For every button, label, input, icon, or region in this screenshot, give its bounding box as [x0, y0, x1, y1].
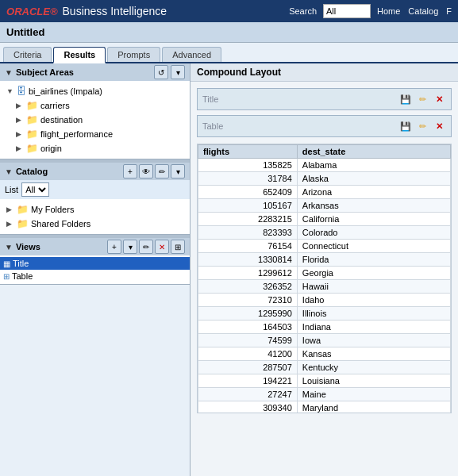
- home-link[interactable]: Home: [377, 6, 400, 16]
- views-title: Views: [16, 242, 40, 251]
- views-add-btn[interactable]: +: [107, 240, 121, 254]
- table-row: 194221Louisiana: [198, 374, 451, 388]
- table-row: 823393Colorado: [198, 226, 451, 240]
- cell-dest-state: Maine: [297, 388, 450, 401]
- folder-icon-origin: 📁: [26, 143, 38, 154]
- catalog-more-btn[interactable]: ▾: [171, 164, 185, 178]
- tree-label-origin: origin: [40, 144, 62, 153]
- layout-item-title: Title 💾 ✏ ✕: [197, 88, 452, 110]
- cell-flights: 1299612: [198, 267, 298, 280]
- cell-dest-state: Illinois: [297, 307, 450, 321]
- top-bar: ORACLE® Business Intelligence Search Hom…: [0, 0, 458, 22]
- tree-label-flight: flight_performance: [40, 129, 113, 139]
- main-content: ▼ Subject Areas ↺ ▾ ▼ 🗄 bi_airlines (Imp…: [0, 63, 458, 476]
- top-nav: Home Catalog F: [377, 6, 452, 16]
- views-more-btn[interactable]: ⊞: [171, 240, 185, 254]
- views-dropdown-btn[interactable]: ▾: [123, 240, 137, 254]
- tree-item-flight-performance[interactable]: ▶ 📁 flight_performance: [0, 127, 190, 141]
- cell-flights: 105167: [198, 199, 298, 213]
- subject-areas-header[interactable]: ▼ Subject Areas ↺ ▾: [0, 63, 190, 81]
- catalog-view-btn[interactable]: 👁: [139, 164, 153, 178]
- cell-flights: 135825: [198, 159, 298, 172]
- catalog-section: ▼ Catalog + 👁 ✏ ▾ List All ▶: [0, 163, 190, 235]
- tree-item-carriers[interactable]: ▶ 📁 carriers: [0, 98, 190, 113]
- cell-dest-state: Maryland: [297, 401, 450, 414]
- catalog-edit-btn[interactable]: ✏: [155, 164, 169, 178]
- catalog-list-label: List: [5, 185, 18, 194]
- title-edit-btn[interactable]: ✏: [415, 92, 429, 106]
- table-row: 1299612Georgia: [198, 267, 451, 280]
- expand-arrow-my-folders: ▶: [6, 205, 14, 213]
- views-edit-btn[interactable]: ✏: [139, 240, 153, 254]
- table-scroll-wrapper[interactable]: flights dest_state 135825Alabama31784Ala…: [197, 144, 452, 413]
- subject-areas-tree: ▼ 🗄 bi_airlines (Impala) ▶ 📁 carriers ▶ …: [0, 81, 190, 159]
- table-row: 652409Arizona: [198, 186, 451, 199]
- tree-item-origin[interactable]: ▶ 📁 origin: [0, 141, 190, 155]
- subject-areas-header-left: ▼ Subject Areas: [5, 67, 74, 77]
- views-header[interactable]: ▼ Views + ▾ ✏ ✕ ⊞: [0, 238, 190, 255]
- folder-icon-flight: 📁: [26, 129, 38, 140]
- tab-results[interactable]: Results: [53, 47, 106, 63]
- search-input[interactable]: [323, 4, 371, 18]
- cell-flights: 287507: [198, 361, 298, 374]
- catalog-add-btn[interactable]: +: [123, 164, 137, 178]
- col-header-dest-state: dest_state: [297, 145, 450, 159]
- view-item-table[interactable]: ⊞ Table: [0, 270, 190, 282]
- catalog-header[interactable]: ▼ Catalog + 👁 ✏ ▾: [0, 163, 190, 180]
- top-right-area: Search Home Catalog F: [289, 4, 452, 18]
- col-header-flights: flights: [198, 145, 298, 159]
- cell-dest-state: Georgia: [297, 267, 450, 280]
- bi-title: Business Intelligence: [63, 5, 167, 17]
- expand-arrow-carriers: ▶: [16, 102, 24, 109]
- tree-item-shared-folders[interactable]: ▶ 📁 Shared Folders: [0, 217, 190, 231]
- table-save-btn[interactable]: 💾: [398, 119, 413, 133]
- more-link[interactable]: F: [446, 6, 452, 16]
- cell-dest-state: Kansas: [297, 347, 450, 361]
- views-section: ▼ Views + ▾ ✏ ✕ ⊞ ▦ Title ⊞ Tabl: [0, 238, 190, 285]
- cell-dest-state: Arkansas: [297, 199, 450, 213]
- catalog-header-left: ▼ Catalog: [5, 167, 48, 176]
- catalog-link[interactable]: Catalog: [408, 6, 438, 16]
- table-row: 1330814Florida: [198, 253, 451, 267]
- reload-btn[interactable]: ↺: [154, 65, 168, 79]
- app-title-bar: Untitled: [0, 22, 458, 43]
- cell-flights: 27247: [198, 388, 298, 401]
- tabs-bar: Criteria Results Prompts Advanced: [0, 43, 458, 63]
- cell-dest-state: California: [297, 213, 450, 226]
- tab-criteria[interactable]: Criteria: [3, 47, 52, 62]
- cell-dest-state: Kentucky: [297, 361, 450, 374]
- cell-flights: 823393: [198, 226, 298, 240]
- table-row: 164503Indiana: [198, 321, 451, 334]
- tab-prompts[interactable]: Prompts: [107, 47, 160, 62]
- views-header-left: ▼ Views: [5, 242, 40, 251]
- tab-advanced[interactable]: Advanced: [162, 47, 221, 62]
- folder-icon-destination: 📁: [26, 114, 38, 125]
- tree-label-shared-folders: Shared Folders: [31, 219, 90, 228]
- table-row: 2283215California: [198, 213, 451, 226]
- cell-flights: 652409: [198, 186, 298, 199]
- subject-areas-toolbar: ↺ ▾: [154, 65, 185, 79]
- cell-flights: 41200: [198, 347, 298, 361]
- title-delete-btn[interactable]: ✕: [432, 92, 446, 106]
- catalog-title: Catalog: [16, 167, 48, 176]
- tree-item-my-folders[interactable]: ▶ 📁 My Folders: [0, 202, 190, 217]
- collapse-icon-views: ▼: [5, 243, 13, 251]
- catalog-tree: ▶ 📁 My Folders ▶ 📁 Shared Folders: [0, 199, 190, 234]
- title-save-btn[interactable]: 💾: [398, 92, 413, 106]
- cell-dest-state: Florida: [297, 253, 450, 267]
- cell-dest-state: Arizona: [297, 186, 450, 199]
- left-panel: ▼ Subject Areas ↺ ▾ ▼ 🗄 bi_airlines (Imp…: [0, 63, 191, 476]
- table-delete-btn[interactable]: ✕: [432, 119, 446, 133]
- view-item-title[interactable]: ▦ Title: [0, 257, 190, 270]
- db-icon: 🗄: [17, 86, 26, 97]
- cell-dest-state: Alabama: [297, 159, 450, 172]
- tree-item-destination[interactable]: ▶ 📁 destination: [0, 113, 190, 127]
- dropdown-btn[interactable]: ▾: [171, 65, 185, 79]
- table-edit-btn[interactable]: ✏: [415, 119, 429, 133]
- views-delete-btn[interactable]: ✕: [155, 240, 169, 254]
- layout-title-actions: 💾 ✏ ✕: [398, 92, 446, 106]
- tree-root[interactable]: ▼ 🗄 bi_airlines (Impala): [0, 84, 190, 98]
- catalog-list-select[interactable]: All: [21, 182, 49, 197]
- cell-flights: 76154: [198, 240, 298, 253]
- cell-dest-state: Louisiana: [297, 374, 450, 388]
